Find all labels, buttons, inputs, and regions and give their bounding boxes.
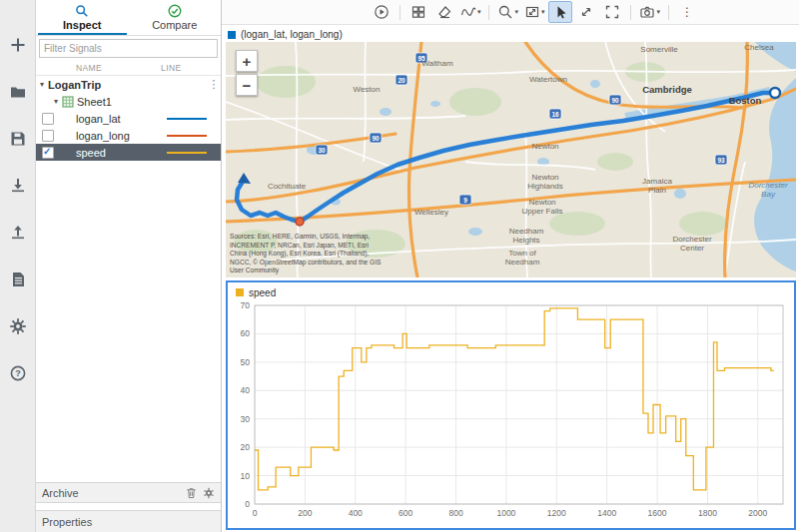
svg-text:90: 90 — [372, 135, 380, 142]
map-label: Waltham — [421, 59, 453, 68]
highway-shield-icon: 93 — [715, 155, 727, 165]
layout-button[interactable] — [406, 1, 430, 23]
tree-row-sheet[interactable]: ▾ Sheet1 — [36, 93, 221, 110]
svg-text:70: 70 — [241, 300, 251, 310]
archive-settings-gear-icon[interactable] — [203, 487, 215, 499]
spreadsheet-icon — [62, 96, 74, 108]
chevron-down-icon: ▾ — [514, 8, 518, 16]
add-button[interactable] — [7, 34, 29, 56]
chart-legend-swatch — [236, 288, 244, 296]
fit-to-view-icon — [524, 4, 540, 20]
map-label: Chelsea — [744, 43, 774, 52]
archive-label: Archive — [42, 487, 180, 499]
sheet-label: Sheet1 — [77, 96, 112, 108]
sidebar-tabs: Inspect Compare — [36, 0, 221, 36]
svg-text:2000: 2000 — [748, 508, 767, 518]
highway-shield-icon: 90 — [370, 133, 382, 143]
svg-text:0: 0 — [245, 499, 250, 509]
chevron-down-icon: ▾ — [656, 8, 660, 16]
signal-row-logan-long[interactable]: logan_long — [36, 127, 221, 144]
highway-shield-icon: 90 — [609, 95, 621, 105]
map-label: NeedhamHeights — [509, 227, 544, 245]
toolbar-separator — [630, 5, 631, 20]
report-button[interactable] — [7, 268, 29, 290]
collapse-icon[interactable]: ▾ — [36, 80, 48, 89]
help-button[interactable]: ? — [7, 362, 29, 384]
map-label: Somerville — [640, 45, 678, 54]
properties-section-header[interactable]: Properties — [36, 510, 221, 532]
map-label: Watertown — [529, 75, 567, 84]
snapshot-button[interactable]: ▾ — [637, 1, 662, 23]
main-area: ▾ ▾ ▾ ▾ — [222, 0, 799, 532]
map-label: Town ofNeedham — [505, 249, 540, 266]
svg-text:9: 9 — [463, 197, 467, 204]
signal-row-speed[interactable]: speed — [36, 144, 221, 161]
tab-inspect-label: Inspect — [63, 19, 102, 31]
route-point-marker — [296, 218, 304, 226]
properties-label: Properties — [42, 516, 215, 528]
speed-line-chart[interactable]: 0200400600800100012001400160018002000010… — [228, 299, 794, 527]
map-legend-label: (logan_lat, logan_long) — [241, 29, 343, 40]
map-legend-swatch — [228, 31, 236, 39]
map-zoom-out-button[interactable]: − — [236, 74, 258, 96]
pan-button[interactable] — [574, 1, 598, 23]
svg-text:?: ? — [15, 368, 21, 378]
row-menu-icon[interactable]: ⋮ — [207, 78, 221, 91]
map-plot-panel[interactable]: (logan_lat, logan_long) — [226, 27, 796, 277]
pointer-button[interactable] — [548, 1, 572, 23]
wave-icon — [460, 4, 476, 20]
fit-to-view-button[interactable]: ▾ — [522, 1, 547, 23]
signal-line-sample — [167, 152, 207, 154]
open-button[interactable] — [7, 81, 29, 103]
speed-series-line — [255, 308, 774, 490]
chart-legend-label: speed — [249, 287, 276, 298]
signal-checkbox[interactable] — [42, 130, 54, 142]
run-button[interactable] — [370, 1, 394, 23]
highway-shield-icon: 9 — [459, 195, 471, 205]
zoom-button[interactable]: ▾ — [495, 1, 520, 23]
tree-row-run[interactable]: ▾ LoganTrip ⋮ — [36, 76, 221, 93]
chevron-down-icon: ▾ — [541, 8, 545, 16]
map-label: Cambridge — [642, 84, 692, 95]
signal-style-button[interactable]: ▾ — [458, 1, 483, 23]
clear-results-button[interactable] — [432, 1, 456, 23]
route-end-marker — [770, 88, 780, 98]
svg-text:30: 30 — [241, 414, 251, 424]
speed-chart-panel[interactable]: speed 0200400600800100012001400160018002… — [226, 280, 796, 530]
svg-text:1000: 1000 — [496, 508, 515, 518]
map-label: Weston — [354, 85, 381, 94]
help-icon: ? — [9, 364, 27, 382]
archive-section-header[interactable]: Archive — [36, 482, 221, 503]
export-button[interactable] — [7, 222, 29, 244]
signal-checkbox[interactable] — [42, 147, 54, 159]
collapse-icon[interactable]: ▾ — [50, 97, 62, 106]
import-button[interactable] — [7, 175, 29, 197]
trash-icon[interactable] — [186, 487, 197, 499]
chevron-down-icon: ▾ — [477, 8, 481, 16]
tab-compare[interactable]: Compare — [129, 0, 222, 35]
tab-inspect[interactable]: Inspect — [36, 0, 129, 35]
signal-label: logan_long — [76, 130, 167, 142]
svg-text:90: 90 — [611, 97, 619, 104]
map-attribution: Sources: Esri, HERE, Garmin, USGS, Inter… — [230, 233, 388, 275]
save-icon — [9, 130, 27, 148]
signal-checkbox[interactable] — [42, 113, 54, 125]
highway-shield-icon: 16 — [549, 109, 561, 119]
map-canvas[interactable]: 952090903016993 WalthamWestonWatertownSo… — [226, 42, 796, 277]
map-zoom-in-button[interactable]: + — [236, 50, 258, 72]
report-icon — [9, 270, 27, 288]
toolbar-separator — [488, 5, 489, 20]
more-options-button[interactable]: ⋮ — [675, 1, 699, 23]
save-button[interactable] — [7, 128, 29, 150]
map-label: Boston — [729, 95, 762, 106]
filter-signals-input[interactable] — [39, 39, 218, 58]
svg-text:200: 200 — [298, 508, 312, 518]
app-root: ? Inspect Compare NAME LINE ▾ LoganTrip … — [0, 0, 799, 532]
fullscreen-button[interactable] — [600, 1, 624, 23]
svg-text:800: 800 — [448, 508, 462, 518]
svg-text:20: 20 — [398, 77, 405, 84]
signal-label: speed — [76, 147, 167, 159]
preferences-button[interactable] — [7, 315, 29, 337]
signal-row-logan-lat[interactable]: logan_lat — [36, 110, 221, 127]
map-label: Cochituate — [268, 182, 307, 191]
